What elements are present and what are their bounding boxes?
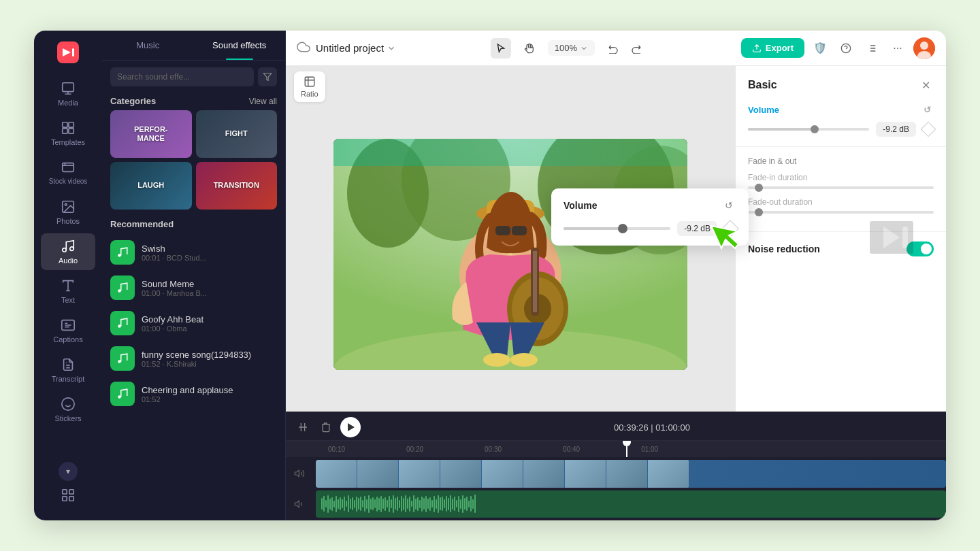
track-info: Sound Meme 01:00 · Manhoa B...	[142, 279, 277, 297]
audio-waveform: // Will be rendered statically	[316, 490, 946, 518]
main-content: Untitled project 100%	[286, 31, 946, 520]
user-avatar[interactable]	[913, 37, 935, 59]
track-item[interactable]: funny scene song(1294833) 01:52 · K.Shir…	[102, 341, 285, 376]
undo-btn[interactable]	[603, 38, 623, 59]
timeline-ruler: 00:10 00:20 00:30 00:40 01:00	[286, 441, 946, 457]
filter-button[interactable]	[258, 67, 277, 86]
sidebar-expand-btn[interactable]: ▾	[59, 462, 78, 481]
redo-btn[interactable]	[626, 38, 647, 59]
ratio-button[interactable]: Ratio	[294, 71, 325, 102]
right-db-display: -9.2 dB	[876, 122, 916, 137]
project-title[interactable]: Untitled project	[316, 42, 396, 54]
svg-rect-3	[63, 122, 67, 127]
track-info: Cheering and applause 01:52	[142, 385, 277, 403]
category-fight[interactable]: FIGHT	[196, 110, 278, 158]
svg-rect-1	[72, 48, 74, 56]
track-icon	[110, 311, 135, 335]
track-item-cheering[interactable]: Cheering and applause 01:52	[102, 376, 285, 412]
playhead[interactable]	[626, 441, 627, 457]
noise-reduction-label: Noise reduction	[748, 244, 820, 254]
video-vol-icon[interactable]	[286, 468, 313, 479]
top-bar-left: Untitled project	[297, 40, 396, 56]
category-laugh[interactable]: LAUGH	[110, 162, 192, 210]
sidebar-item-stock[interactable]: Stock videos	[41, 154, 95, 191]
svg-rect-17	[63, 497, 67, 501]
app-logo[interactable]	[54, 39, 82, 66]
category-performance[interactable]: PERFOR-MANCE	[110, 110, 192, 158]
volume-slider[interactable]	[564, 227, 670, 230]
shield-button[interactable]: 🛡️	[810, 38, 830, 59]
track-item[interactable]: Sound Meme 01:00 · Manhoa B...	[102, 270, 285, 305]
volume-slider-thumb[interactable]	[618, 224, 627, 233]
svg-point-20	[118, 324, 121, 328]
track-icon	[110, 382, 135, 406]
split-tool[interactable]	[294, 418, 312, 436]
tab-music[interactable]: Music	[102, 31, 194, 60]
svg-rect-6	[69, 129, 74, 133]
svg-point-13	[62, 398, 74, 410]
sidebar-item-transcript[interactable]: Transcript	[41, 352, 95, 388]
svg-rect-15	[69, 490, 74, 494]
capcut-watermark	[864, 210, 919, 267]
right-volume-slider[interactable]	[748, 128, 869, 131]
tab-sound-effects[interactable]: Sound effects	[194, 31, 286, 60]
sidebar-item-captions[interactable]: Captions	[41, 312, 95, 349]
ruler-marks: 00:10 00:20 00:30 00:40 01:00	[294, 446, 658, 453]
audio-track-row: // Will be rendered statically	[286, 490, 946, 518]
svg-marker-52	[295, 471, 299, 477]
right-volume-thumb[interactable]	[811, 125, 819, 133]
sidebar-item-templates[interactable]: Templates	[41, 115, 95, 152]
volume-section-reset[interactable]: ↺	[920, 103, 934, 116]
category-transition[interactable]: TRANSITION	[196, 162, 278, 210]
export-button[interactable]: Export	[741, 38, 804, 58]
sidebar-item-stickers[interactable]: Stickers	[41, 391, 95, 428]
sidebar-item-text[interactable]: Text	[41, 273, 95, 310]
fade-out-label: Fade-out duration	[748, 197, 934, 207]
sidebar-item-audio[interactable]: Audio	[41, 233, 95, 270]
close-panel-btn[interactable]: ✕	[917, 77, 934, 93]
track-item[interactable]: Goofy Ahh Beat 01:00 · Obma	[102, 305, 285, 341]
fade-in-thumb[interactable]	[755, 184, 763, 192]
list-button[interactable]	[862, 38, 882, 59]
categories-grid: PERFOR-MANCE FIGHT LAUGH TRANSITION	[102, 110, 285, 210]
svg-rect-7	[63, 163, 74, 172]
search-input[interactable]	[110, 67, 254, 86]
track-info: Goofy Ahh Beat 01:00 · Obma	[142, 314, 277, 333]
undo-redo-group	[603, 38, 647, 59]
svg-rect-27	[305, 77, 314, 86]
sidebar-item-photos[interactable]: Photos	[41, 194, 95, 231]
right-keyframe-btn[interactable]	[921, 122, 936, 137]
svg-rect-38	[495, 226, 510, 235]
editor-area: Ratio	[286, 66, 946, 412]
select-tool-btn[interactable]	[491, 38, 511, 59]
fade-in-slider[interactable]	[748, 186, 934, 189]
delete-tool[interactable]	[317, 418, 335, 436]
video-track[interactable]	[316, 460, 946, 488]
svg-rect-5	[63, 129, 67, 133]
volume-reset-btn[interactable]: ↺	[721, 198, 736, 213]
svg-marker-53	[295, 501, 299, 507]
panel-search-bar	[110, 67, 277, 86]
play-button[interactable]	[340, 417, 361, 437]
panel-tabs: Music Sound effects	[102, 31, 285, 61]
svg-point-49	[510, 353, 538, 367]
svg-rect-4	[69, 122, 74, 127]
audio-track-content: // Will be rendered statically	[316, 490, 946, 518]
audio-track[interactable]: // Will be rendered statically	[316, 490, 946, 518]
sound-effects-panel: Music Sound effects Categories View all …	[102, 31, 286, 520]
view-all-button[interactable]: View all	[249, 97, 277, 106]
audio-vol-icon[interactable]	[286, 499, 313, 510]
zoom-control[interactable]: 100%	[548, 40, 595, 56]
sidebar-item-extra[interactable]	[54, 485, 82, 512]
timeline: 00:39:26 | 01:00:00 00:10 00:20 00:30 00…	[286, 412, 946, 520]
more-button[interactable]: ···	[887, 38, 908, 59]
help-button[interactable]	[836, 38, 856, 59]
cursor-arrow	[708, 222, 742, 259]
sidebar-item-media[interactable]: Media	[41, 76, 95, 112]
track-info: Swish 00:01 · BCD Stud...	[142, 244, 277, 262]
svg-rect-51	[902, 227, 908, 248]
hand-tool-btn[interactable]	[519, 38, 540, 59]
video-frame	[333, 139, 687, 370]
fade-out-thumb[interactable]	[755, 208, 763, 216]
track-item[interactable]: Swish 00:01 · BCD Stud...	[102, 235, 285, 270]
